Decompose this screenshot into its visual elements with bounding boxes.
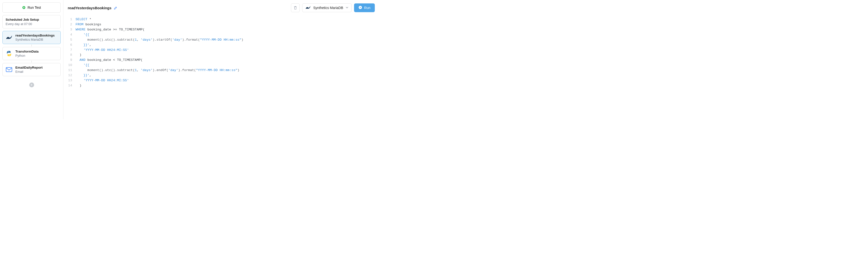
run-test-button[interactable]: Run Test [2, 2, 61, 13]
code-content[interactable]: '{{ [75, 32, 89, 37]
chevron-down-icon [345, 6, 348, 10]
step-card-readyesterdaysbookings[interactable]: readYesterdaysBookingsSynthetics MariaDB [2, 31, 61, 44]
line-number: 12 [68, 73, 75, 78]
mariadb-icon [305, 6, 311, 10]
step-subtitle: Python [16, 54, 38, 58]
run-query-button[interactable]: Run [354, 3, 375, 12]
delete-button[interactable] [291, 3, 300, 12]
play-circle-icon [359, 6, 362, 10]
step-connector [31, 61, 32, 63]
line-number: 5 [68, 37, 75, 43]
email-icon [6, 66, 12, 73]
schedule-title: Scheduled Job Setup [6, 18, 58, 22]
code-line[interactable]: 9 AND booking_date < TO_TIMESTAMP( [68, 58, 375, 63]
mariadb-icon [6, 34, 12, 41]
run-button-label: Run [364, 6, 370, 10]
line-number: 3 [68, 27, 75, 32]
step-connector [31, 44, 32, 46]
step-title: TransformData [16, 49, 38, 53]
code-content[interactable]: 'YYYY-MM-DD HH24:MI:SS' [75, 78, 129, 83]
code-content[interactable]: ) [75, 53, 82, 58]
code-line[interactable]: 1SELECT * [68, 17, 375, 22]
code-line[interactable]: 14 ) [68, 83, 375, 88]
code-content[interactable]: '{{ [75, 63, 89, 68]
sidebar: Run Test Scheduled Job Setup Every day a… [0, 0, 63, 119]
trash-icon [293, 6, 297, 10]
main-panel: readYesterdaysBookings Synthetics MariaD… [63, 0, 379, 119]
code-editor[interactable]: 1SELECT *2FROM bookings3WHERE booking_da… [63, 14, 379, 119]
line-number: 9 [68, 58, 75, 63]
step-subtitle: Email [16, 70, 43, 73]
code-line[interactable]: 11 moment().utc().subtract(1, 'days').en… [68, 68, 375, 73]
step-text: EmailDailyReportEmail [16, 66, 43, 73]
database-select[interactable]: Synthetics MariaDB [302, 3, 352, 12]
code-line[interactable]: 3WHERE booking_date >= TO_TIMESTAMP( [68, 27, 375, 32]
svg-point-3 [9, 55, 10, 56]
step-text: readYesterdaysBookingsSynthetics MariaDB [16, 34, 55, 41]
line-number: 13 [68, 78, 75, 83]
code-line[interactable]: 7 'YYYY-MM-DD HH24:MI:SS' [68, 48, 375, 53]
query-title: readYesterdaysBookings [68, 6, 111, 10]
line-number: 7 [68, 48, 75, 53]
line-number: 1 [68, 17, 75, 22]
line-number: 6 [68, 43, 75, 48]
code-line[interactable]: 8 ) [68, 53, 375, 58]
edit-title-icon[interactable] [114, 6, 118, 10]
code-content[interactable]: FROM bookings [75, 22, 101, 27]
code-content[interactable]: ) [75, 83, 82, 88]
code-line[interactable]: 12 }}', [68, 73, 375, 78]
schedule-sub: Every day at 07:00 [6, 22, 58, 26]
line-number: 14 [68, 83, 75, 88]
code-content[interactable]: moment().utc().subtract(1, 'days').start… [75, 37, 243, 43]
svg-point-2 [8, 52, 9, 52]
code-content[interactable]: }}', [75, 43, 91, 48]
code-content[interactable]: moment().utc().subtract(1, 'days').endOf… [75, 68, 239, 73]
code-line[interactable]: 10 '{{ [68, 63, 375, 68]
line-number: 8 [68, 53, 75, 58]
step-text: TransformDataPython [16, 49, 38, 58]
line-number: 4 [68, 32, 75, 37]
code-content[interactable]: 'YYYY-MM-DD HH24:MI:SS' [75, 48, 129, 53]
code-line[interactable]: 2FROM bookings [68, 22, 375, 27]
schedule-card[interactable]: Scheduled Job Setup Every day at 07:00 [2, 15, 61, 29]
step-card-emaildailyreport[interactable]: EmailDailyReportEmail [2, 63, 61, 76]
code-line[interactable]: 6 }}', [68, 43, 375, 48]
plus-icon: + [30, 83, 33, 87]
code-content[interactable]: }}', [75, 73, 91, 78]
app-root: Run Test Scheduled Job Setup Every day a… [0, 0, 379, 119]
code-content[interactable]: WHERE booking_date >= TO_TIMESTAMP( [75, 27, 145, 32]
code-line[interactable]: 13 'YYYY-MM-DD HH24:MI:SS' [68, 78, 375, 83]
line-number: 10 [68, 63, 75, 68]
step-subtitle: Synthetics MariaDB [16, 38, 55, 41]
topbar: readYesterdaysBookings Synthetics MariaD… [63, 0, 379, 14]
code-line[interactable]: 4 '{{ [68, 32, 375, 37]
svg-rect-4 [6, 67, 12, 72]
run-test-label: Run Test [28, 6, 41, 9]
steps-list: readYesterdaysBookingsSynthetics MariaDB… [2, 31, 61, 79]
play-icon [22, 6, 26, 9]
step-card-transformdata[interactable]: TransformDataPython [2, 47, 61, 60]
step-title: readYesterdaysBookings [16, 34, 55, 37]
line-number: 11 [68, 68, 75, 73]
python-icon [6, 50, 12, 57]
code-content[interactable]: AND booking_date < TO_TIMESTAMP( [75, 58, 143, 63]
add-step-button[interactable]: + [29, 82, 34, 88]
code-line[interactable]: 5 moment().utc().subtract(1, 'days').sta… [68, 37, 375, 43]
line-number: 2 [68, 22, 75, 27]
step-title: EmailDailyReport [16, 66, 43, 69]
code-content[interactable]: SELECT * [75, 17, 91, 22]
database-select-label: Synthetics MariaDB [313, 6, 343, 10]
